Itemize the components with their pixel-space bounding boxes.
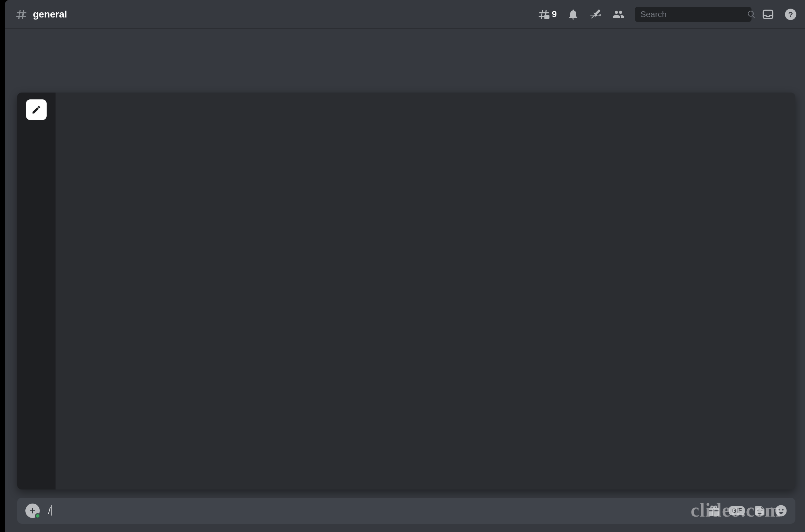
notifications-button[interactable] <box>567 8 579 21</box>
status-dot-icon <box>35 513 40 519</box>
search-icon <box>747 10 756 19</box>
attach-button[interactable] <box>25 504 40 518</box>
message-input[interactable]: / <box>48 505 699 517</box>
hash-icon <box>15 8 27 21</box>
channel-header: general 9 <box>5 0 805 29</box>
command-popout <box>17 93 795 489</box>
svg-point-5 <box>778 509 780 511</box>
inbox-button[interactable] <box>762 8 774 21</box>
threads-button[interactable]: 9 <box>538 8 557 21</box>
popout-rail <box>17 93 56 489</box>
gift-icon <box>708 505 720 517</box>
threads-icon <box>538 8 550 21</box>
help-icon: ? <box>784 8 797 21</box>
bell-icon <box>567 8 579 21</box>
gift-button[interactable] <box>708 505 720 517</box>
pin-icon <box>590 8 602 21</box>
svg-rect-1 <box>764 10 773 19</box>
sticker-button[interactable] <box>754 505 766 517</box>
svg-rect-0 <box>544 15 549 19</box>
gif-button[interactable]: GIF <box>729 506 745 515</box>
members-button[interactable] <box>612 8 625 21</box>
search-input[interactable] <box>640 9 744 20</box>
channel-name: general <box>33 9 67 20</box>
chat-main: / GIF <box>5 29 805 532</box>
svg-point-4 <box>776 505 787 517</box>
chat-app: general 9 <box>5 0 805 532</box>
header-toolbar: 9 <box>538 7 797 22</box>
popout-body[interactable] <box>56 93 795 489</box>
pencil-icon <box>31 105 41 115</box>
inbox-icon <box>762 8 774 21</box>
members-icon <box>612 8 625 21</box>
pinned-button[interactable] <box>590 8 602 21</box>
message-composer: / GIF <box>17 498 795 524</box>
threads-count: 9 <box>552 9 557 20</box>
emoji-icon <box>775 505 787 517</box>
search-box[interactable] <box>635 7 752 22</box>
popout-tab-builtin[interactable] <box>26 99 47 120</box>
svg-point-6 <box>782 509 784 511</box>
emoji-button[interactable] <box>775 505 787 517</box>
help-button[interactable]: ? <box>784 8 797 21</box>
sticker-icon <box>754 505 766 517</box>
svg-text:?: ? <box>788 10 793 19</box>
gif-icon: GIF <box>729 506 745 515</box>
